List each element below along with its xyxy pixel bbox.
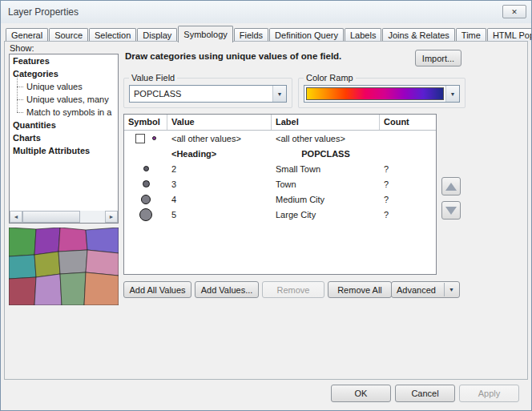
panel-description: Draw categories using unique values of o…	[125, 51, 341, 61]
ok-button[interactable]: OK	[331, 385, 391, 402]
symbol-cell	[124, 134, 167, 143]
tree-item-categories[interactable]: Categories	[10, 67, 118, 80]
count-cell: ?	[380, 164, 436, 174]
header-count: Count	[380, 115, 436, 130]
advanced-button[interactable]: Advanced ▼	[391, 281, 460, 298]
tab-time[interactable]: Time	[456, 28, 486, 42]
label-cell: Small Town	[272, 164, 380, 174]
count-cell: ?	[380, 195, 436, 204]
add-values-button[interactable]: Add Values...	[195, 281, 259, 298]
tabstrip: General Source Selection Display Symbolo…	[6, 25, 530, 42]
header-label: Label	[272, 115, 380, 130]
value-field-combobox[interactable]: POPCLASS ▼	[129, 85, 287, 103]
show-label: Show:	[10, 43, 34, 53]
value-field-label: Value Field	[129, 72, 177, 83]
map-preview	[9, 228, 119, 305]
point-symbol[interactable]	[143, 180, 150, 187]
label-cell: <all other values>	[272, 134, 380, 143]
point-symbol[interactable]	[143, 166, 149, 171]
label-cell: POPCLASS	[272, 149, 380, 159]
tree-item-charts[interactable]: Charts	[10, 131, 118, 144]
value-cell: <all other values>	[167, 134, 272, 143]
layer-properties-dialog: Layer Properties ✕ General Source Select…	[0, 0, 532, 411]
remove-all-button[interactable]: Remove All	[328, 281, 392, 298]
remove-button[interactable]: Remove	[262, 281, 324, 298]
tab-joins-relates[interactable]: Joins & Relates	[382, 28, 454, 42]
color-ramp-swatch	[306, 87, 444, 100]
tab-fields[interactable]: Fields	[234, 28, 268, 42]
table-header: Symbol Value Label Count	[124, 115, 436, 131]
header-value: Value	[167, 115, 272, 130]
color-ramp-group: Color Ramp ▼	[298, 78, 466, 108]
tree-horizontal-scrollbar[interactable]: ◄ ►	[10, 211, 118, 223]
value-cell: <Heading>	[167, 149, 272, 159]
tab-definition-query[interactable]: Definition Query	[269, 28, 344, 42]
count-cell: ?	[380, 210, 436, 220]
close-icon: ✕	[511, 8, 518, 16]
scrollbar-track[interactable]	[80, 211, 105, 223]
table-row[interactable]: 2 Small Town ?	[124, 161, 436, 176]
symbol-cell	[124, 166, 167, 171]
value-cell: 4	[167, 195, 272, 204]
chevron-down-icon[interactable]: ▼	[272, 86, 286, 102]
count-cell: ?	[380, 179, 436, 189]
tab-symbology[interactable]: Symbology	[178, 26, 232, 42]
table-row[interactable]: 4 Medium City ?	[124, 191, 436, 207]
value-field-group: Value Field POPCLASS ▼	[123, 78, 292, 108]
unique-values-table[interactable]: Symbol Value Label Count <all other valu…	[123, 114, 437, 275]
label-cell: Medium City	[272, 195, 380, 204]
advanced-button-label: Advanced	[397, 285, 436, 295]
tree-item-multiple-attributes[interactable]: Multiple Attributes	[10, 144, 118, 157]
import-button[interactable]: Import...	[415, 50, 461, 66]
tab-selection[interactable]: Selection	[89, 28, 136, 42]
arrow-down-icon	[445, 207, 457, 215]
apply-button[interactable]: Apply	[459, 385, 519, 402]
tab-general[interactable]: General	[6, 28, 48, 42]
label-cell: Town	[272, 179, 380, 189]
tree-item-features[interactable]: Features	[10, 54, 118, 67]
table-row[interactable]: 3 Town ?	[124, 176, 436, 191]
label-cell: Large City	[272, 210, 380, 220]
symbol-cell	[124, 180, 167, 187]
value-field-value: POPCLASS	[130, 86, 272, 102]
window-title: Layer Properties	[8, 6, 79, 18]
scroll-left-icon[interactable]: ◄	[10, 211, 22, 223]
titlebar[interactable]: Layer Properties ✕	[1, 1, 531, 23]
tab-html-popup[interactable]: HTML Popup	[487, 28, 532, 42]
color-ramp-label: Color Ramp	[304, 72, 356, 83]
scroll-right-icon[interactable]: ►	[105, 211, 118, 223]
point-symbol[interactable]	[139, 208, 152, 221]
tab-display[interactable]: Display	[137, 28, 177, 42]
symbology-page: Show: Features Categories Unique values …	[4, 41, 528, 380]
value-cell: 3	[167, 179, 272, 189]
table-row[interactable]: <all other values> <all other values>	[124, 131, 436, 146]
move-up-button[interactable]	[441, 177, 461, 195]
point-symbol[interactable]	[141, 195, 151, 204]
tree-item-match-symbols[interactable]: Match to symbols in a	[10, 106, 118, 119]
table-row[interactable]: 5 Large City ?	[124, 207, 436, 222]
scrollbar-thumb[interactable]	[22, 211, 80, 223]
tab-source[interactable]: Source	[49, 28, 88, 42]
all-other-values-checkbox[interactable]	[135, 134, 145, 143]
tab-labels[interactable]: Labels	[345, 28, 381, 42]
move-down-button[interactable]	[441, 201, 461, 220]
point-symbol[interactable]	[152, 136, 156, 140]
close-button[interactable]: ✕	[502, 5, 526, 18]
symbol-cell	[124, 208, 167, 221]
cancel-button[interactable]: Cancel	[395, 385, 455, 402]
arrow-up-icon	[445, 183, 457, 191]
tree-item-unique-values[interactable]: Unique values	[10, 80, 118, 93]
table-row[interactable]: <Heading> POPCLASS	[124, 146, 436, 161]
chevron-down-icon[interactable]: ▼	[445, 86, 459, 102]
symbol-cell	[124, 195, 167, 204]
show-tree: Features Categories Unique values Unique…	[9, 54, 119, 224]
chevron-down-icon: ▼	[444, 283, 454, 296]
tree-item-unique-values-many[interactable]: Unique values, many	[10, 93, 118, 106]
header-symbol: Symbol	[124, 115, 167, 130]
value-cell: 5	[167, 210, 272, 220]
value-cell: 2	[167, 164, 272, 174]
add-all-values-button[interactable]: Add All Values	[123, 281, 191, 298]
color-ramp-combobox[interactable]: ▼	[304, 85, 460, 103]
tree-item-quantities[interactable]: Quantities	[10, 119, 118, 131]
